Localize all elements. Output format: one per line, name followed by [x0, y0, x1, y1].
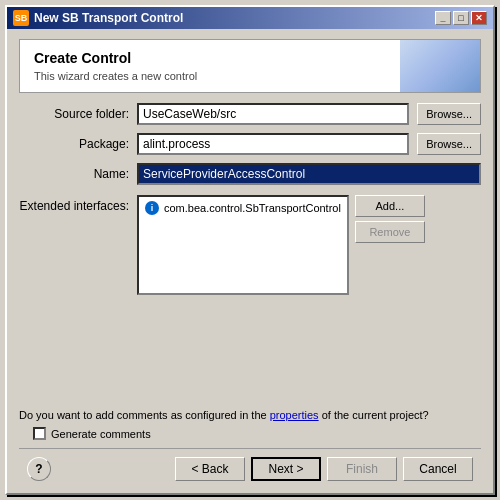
comments-text-after: of the current project?: [319, 409, 429, 421]
minimize-button[interactable]: _: [435, 11, 451, 25]
generate-comments-checkbox[interactable]: [33, 427, 46, 440]
checkbox-row: Generate comments: [19, 427, 481, 440]
source-folder-input[interactable]: [137, 103, 409, 125]
back-button[interactable]: < Back: [175, 457, 245, 481]
interfaces-list: i com.bea.control.SbTransportControl: [137, 195, 349, 295]
comments-text: Do you want to add comments as configure…: [19, 408, 481, 423]
header-subtitle: This wizard creates a new control: [34, 70, 466, 82]
extended-interfaces-section: Extended interfaces: i com.bea.control.S…: [19, 195, 481, 295]
source-folder-browse-button[interactable]: Browse...: [417, 103, 481, 125]
bottom-buttons: ? < Back Next > Finish Cancel: [19, 448, 481, 485]
help-button[interactable]: ?: [27, 457, 51, 481]
cancel-button[interactable]: Cancel: [403, 457, 473, 481]
close-button[interactable]: ✕: [471, 11, 487, 25]
bottom-buttons-inner: ? < Back Next > Finish Cancel: [19, 457, 481, 481]
extended-interfaces-content: i com.bea.control.SbTransportControl Add…: [137, 195, 481, 295]
title-bar-text: SB New SB Transport Control: [13, 10, 183, 26]
next-button[interactable]: Next >: [251, 457, 321, 481]
package-browse-button[interactable]: Browse...: [417, 133, 481, 155]
dialog-content: Create Control This wizard creates a new…: [7, 29, 493, 493]
title-icon: SB: [13, 10, 29, 26]
name-input[interactable]: [137, 163, 481, 185]
properties-link[interactable]: properties: [270, 409, 319, 421]
header-text: Create Control This wizard creates a new…: [34, 50, 466, 82]
ext-buttons: Add... Remove: [355, 195, 425, 295]
title-bar: SB New SB Transport Control _ □ ✕: [7, 7, 493, 29]
package-label: Package:: [19, 137, 129, 151]
interface-name: com.bea.control.SbTransportControl: [164, 202, 341, 214]
name-label: Name:: [19, 167, 129, 181]
remove-button[interactable]: Remove: [355, 221, 425, 243]
extended-interfaces-label: Extended interfaces:: [19, 195, 129, 213]
package-row: Package: Browse...: [19, 133, 481, 155]
dialog-window: SB New SB Transport Control _ □ ✕ Create…: [5, 5, 495, 495]
header-section: Create Control This wizard creates a new…: [19, 39, 481, 93]
header-title: Create Control: [34, 50, 466, 66]
form-area: Source folder: Browse... Package: Browse…: [19, 103, 481, 400]
comments-section: Do you want to add comments as configure…: [19, 408, 481, 440]
btn-group: < Back Next > Finish Cancel: [175, 457, 473, 481]
list-item: i com.bea.control.SbTransportControl: [141, 199, 345, 217]
maximize-button[interactable]: □: [453, 11, 469, 25]
title-controls: _ □ ✕: [435, 11, 487, 25]
add-button[interactable]: Add...: [355, 195, 425, 217]
info-icon: i: [145, 201, 159, 215]
finish-button[interactable]: Finish: [327, 457, 397, 481]
source-folder-label: Source folder:: [19, 107, 129, 121]
name-row: Name:: [19, 163, 481, 185]
package-input[interactable]: [137, 133, 409, 155]
generate-comments-label: Generate comments: [51, 428, 151, 440]
source-folder-row: Source folder: Browse...: [19, 103, 481, 125]
comments-text-before: Do you want to add comments as configure…: [19, 409, 270, 421]
